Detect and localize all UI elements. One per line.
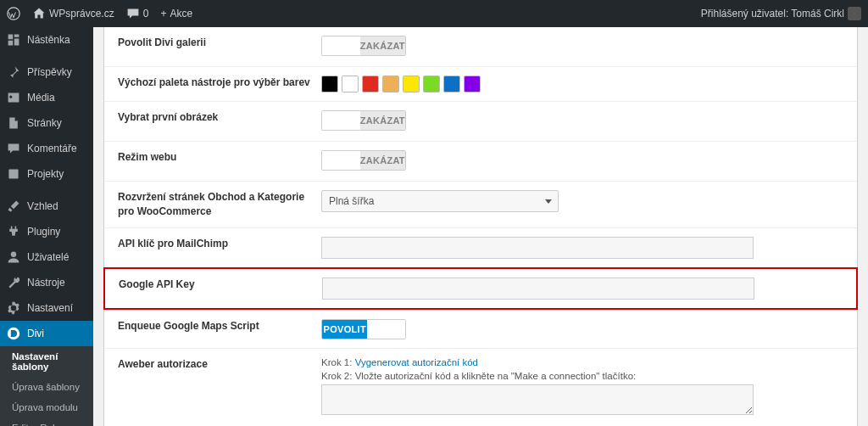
divi-icon — [7, 327, 20, 340]
setting-label: Režim webu — [118, 150, 321, 165]
toggle-first-image[interactable]: ZAKÁZAT — [321, 110, 406, 131]
input-google-api[interactable] — [322, 277, 754, 300]
site-name: WPsprávce.cz — [49, 8, 114, 20]
palette-swatch-6[interactable] — [443, 76, 460, 92]
pin-icon — [7, 65, 20, 79]
sidebar-item-label: Divi — [27, 328, 44, 339]
sidebar-item-posts[interactable]: Příspěvky — [0, 59, 93, 85]
submenu-template-settings[interactable]: Nastavení šablony — [0, 346, 93, 377]
user-label: Přihlášený uživatel: Tomáš Cirkl — [701, 8, 844, 20]
admin-sidebar: Nástěnka Příspěvky Média Stránky Komentá… — [0, 27, 93, 426]
svg-point-2 — [11, 252, 16, 257]
new-label: Akce — [170, 8, 192, 20]
toggle-maps-script[interactable]: POVOLIT — [321, 319, 406, 339]
row-first-image: Vybrat první obrázek ZAKÁZAT — [104, 101, 857, 141]
users-icon — [7, 250, 20, 264]
palette-swatch-4[interactable] — [403, 76, 420, 92]
sidebar-item-tools[interactable]: Nástroje — [0, 270, 93, 295]
plus-icon: + — [160, 8, 166, 20]
row-aweber: Aweber autorizace Krok 1: Vygenerovat au… — [104, 348, 857, 426]
sidebar-item-plugins[interactable]: Pluginy — [0, 219, 93, 244]
row-enable-gallery: Povolit Divi galerii ZAKÁZAT — [104, 27, 857, 66]
toggle-web-mode[interactable]: ZAKÁZAT — [321, 150, 406, 171]
palette-swatch-2[interactable] — [362, 76, 379, 92]
gear-icon — [7, 301, 20, 315]
submenu-template-edit[interactable]: Úprava šablony — [0, 377, 93, 397]
new-link[interactable]: + Akce — [160, 8, 192, 20]
sidebar-item-settings[interactable]: Nastavení — [0, 295, 93, 321]
aweber-generate-link[interactable]: Vygenerovat autorizační kód — [355, 357, 478, 367]
sidebar-item-label: Nastavení — [27, 302, 73, 314]
sidebar-item-projects[interactable]: Projekty — [0, 161, 93, 187]
svg-rect-1 — [8, 169, 18, 178]
dashboard-icon — [7, 33, 20, 47]
sidebar-item-pages[interactable]: Stránky — [0, 110, 93, 136]
comment-icon — [126, 7, 140, 20]
aweber-step1: Krok 1: Vygenerovat autorizační kód — [321, 357, 843, 367]
sidebar-item-label: Stránky — [27, 117, 62, 129]
toggle-text: POVOLIT — [322, 320, 367, 339]
row-mailchimp-key: API klíč pro MailChimp — [104, 227, 857, 267]
sidebar-item-label: Příspěvky — [27, 66, 72, 78]
sidebar-item-label: Pluginy — [27, 226, 60, 238]
avatar — [848, 7, 861, 20]
projects-icon — [7, 167, 20, 181]
palette-swatch-0[interactable] — [321, 76, 338, 92]
brush-icon — [7, 199, 20, 213]
palette-swatches — [321, 76, 843, 92]
sidebar-item-appearance[interactable]: Vzhled — [0, 193, 93, 219]
aweber-step2: Krok 2: Vložte autorizační kód a kliknět… — [321, 371, 843, 381]
setting-label: Google API Key — [119, 277, 322, 292]
comment-count: 0 — [143, 8, 149, 20]
page-icon — [7, 116, 20, 130]
home-icon — [32, 7, 46, 20]
sidebar-item-label: Nástěnka — [27, 34, 70, 46]
setting-label: Výchozí paleta nástroje pro výběr barev — [118, 76, 321, 90]
submenu-module-edit[interactable]: Úprava modulu — [0, 397, 93, 418]
row-maps-script: Enqueue Google Maps Script POVOLIT — [104, 310, 857, 348]
wrench-icon — [7, 276, 20, 289]
setting-label: API klíč pro MailChimp — [118, 237, 321, 251]
sidebar-item-divi[interactable]: Divi — [0, 321, 93, 346]
sidebar-item-label: Vzhled — [27, 200, 58, 212]
toggle-enable-gallery[interactable]: ZAKÁZAT — [321, 36, 406, 56]
toggle-text: ZAKÁZAT — [360, 111, 405, 130]
setting-label: Rozvržení stránek Obchod a Kategorie pro… — [118, 190, 321, 219]
sidebar-item-label: Projekty — [27, 168, 64, 180]
row-woo-layout: Rozvržení stránek Obchod a Kategorie pro… — [104, 181, 857, 227]
setting-label: Povolit Divi galerii — [118, 36, 321, 50]
user-menu[interactable]: Přihlášený uživatel: Tomáš Cirkl — [701, 7, 861, 20]
row-google-api: Google API Key — [103, 267, 858, 310]
setting-label: Enqueue Google Maps Script — [118, 319, 321, 334]
toggle-text: ZAKÁZAT — [360, 151, 405, 170]
row-palette: Výchozí paleta nástroje pro výběr barev — [104, 66, 857, 101]
input-mailchimp-key[interactable] — [321, 237, 754, 259]
palette-swatch-3[interactable] — [382, 76, 399, 92]
palette-swatch-1[interactable] — [342, 76, 359, 92]
sidebar-item-users[interactable]: Uživatelé — [0, 244, 93, 270]
sidebar-item-comments[interactable]: Komentáře — [0, 136, 93, 161]
media-icon — [7, 91, 20, 104]
submenu-editor-role[interactable]: Editor Role — [0, 418, 93, 426]
select-woo-layout[interactable]: Plná šířka — [321, 190, 559, 212]
settings-panel: Povolit Divi galerii ZAKÁZAT Výchozí pal… — [103, 27, 858, 426]
aweber-code-textarea[interactable] — [321, 384, 754, 415]
palette-swatch-7[interactable] — [464, 76, 481, 92]
row-web-mode: Režim webu ZAKÁZAT — [104, 141, 857, 181]
sidebar-item-label: Nástroje — [27, 277, 65, 289]
sidebar-item-media[interactable]: Média — [0, 85, 93, 110]
setting-label: Vybrat první obrázek — [118, 110, 321, 125]
sidebar-item-label: Komentáře — [27, 143, 77, 154]
sidebar-item-dashboard[interactable]: Nástěnka — [0, 27, 93, 53]
plugin-icon — [7, 225, 20, 238]
comment-icon — [7, 142, 20, 155]
comments-link[interactable]: 0 — [126, 7, 149, 20]
setting-label: Aweber autorizace — [118, 357, 321, 372]
wp-logo[interactable] — [7, 7, 20, 20]
palette-swatch-5[interactable] — [423, 76, 440, 92]
divi-submenu: Nastavení šablony Úprava šablony Úprava … — [0, 346, 93, 426]
wordpress-icon — [7, 7, 20, 20]
site-link[interactable]: WPsprávce.cz — [32, 7, 114, 20]
sidebar-item-label: Uživatelé — [27, 251, 69, 263]
admin-bar: WPsprávce.cz 0 + Akce Přihlášený uživate… — [0, 0, 868, 27]
